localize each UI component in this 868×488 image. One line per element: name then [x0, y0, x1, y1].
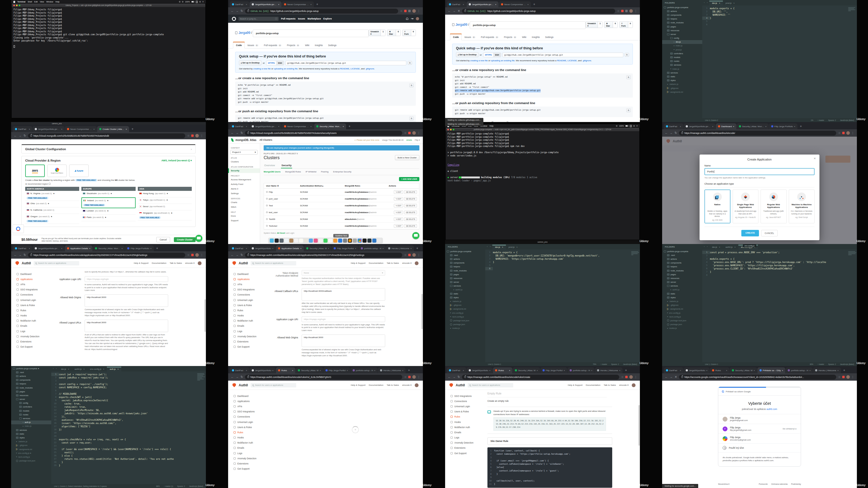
forward-icon[interactable]: → — [19, 134, 22, 137]
tree-item[interactable]: models — [11, 409, 51, 413]
address-bar[interactable]: https://cloud.mongodb.com/v2/5c50d822014… — [245, 131, 402, 135]
menu-item[interactable]: Edit — [34, 1, 38, 3]
tab-close-icon[interactable]: × — [765, 125, 767, 128]
tenant-menu[interactable]: eincode ▾ — [402, 262, 411, 264]
browser-tab[interactable]: Application Details× — [65, 246, 93, 251]
tree-item[interactable]: static — [11, 432, 51, 436]
browser-tab[interactable]: DartPad× — [664, 367, 683, 373]
region-option[interactable]: Paris(eu-west-3)★ — [82, 215, 135, 221]
bookmark-icon[interactable]: ☆ — [838, 376, 841, 379]
address-bar[interactable]: GitHub, Inc. [US] | https://github.com/J… — [462, 9, 615, 13]
sidebar-item[interactable]: APIs — [234, 282, 265, 287]
sidebar-item[interactable]: Universal Login — [234, 297, 265, 302]
readme-link[interactable]: README — [557, 59, 566, 62]
browser-tab[interactable]: Security | Atlas: MongoDB Atl× — [93, 246, 125, 251]
auth0-avatar[interactable] — [198, 261, 202, 265]
reload-icon[interactable]: ↻ — [24, 134, 26, 137]
sidebar-item[interactable]: Docs — [228, 214, 260, 218]
sidebar-item[interactable]: Extensions — [234, 339, 265, 344]
repo-tab[interactable]: Issues0 — [462, 34, 478, 40]
rule-name-input[interactable]: Site Owner Rule — [488, 437, 612, 445]
sidebar-item[interactable]: Connections — [234, 292, 265, 297]
back-icon[interactable]: ← — [448, 9, 451, 12]
tree-item[interactable]: .gitignore — [662, 86, 702, 90]
tab-close-icon[interactable]: × — [495, 3, 496, 6]
privacy-link[interactable]: Ochrana súkromia — [771, 483, 787, 485]
help-support-link[interactable]: Help & Support — [351, 384, 365, 386]
tab-close-icon[interactable]: × — [89, 247, 91, 250]
tree-item[interactable]: static — [662, 74, 702, 78]
dock-icon[interactable] — [348, 238, 352, 242]
sidebar-item[interactable]: Hooks — [451, 419, 482, 425]
repo-name-link[interactable]: portfolio-jerga-setup — [470, 22, 585, 29]
github-search[interactable]: Search or jump to.../ — [239, 17, 279, 21]
dock-icon[interactable] — [280, 238, 284, 242]
sidebar-item[interactable]: Hooks — [234, 313, 265, 318]
tree-item[interactable]: package-lock.json — [445, 319, 485, 322]
forward-icon[interactable]: → — [453, 376, 456, 379]
tree-item[interactable]: index.js — [662, 44, 702, 48]
window-controls[interactable] — [447, 129, 454, 130]
cancel-button[interactable]: Cancel — [156, 237, 170, 242]
talk-to-sales-link[interactable]: Talk to Sales — [386, 262, 399, 264]
tree-item[interactable]: services — [11, 416, 51, 420]
auth0-avatar[interactable] — [415, 383, 418, 387]
tree-item[interactable]: auth0.js — [662, 288, 702, 292]
documentation-link[interactable]: Documentation — [152, 262, 166, 264]
tree-item[interactable]: routes — [11, 413, 51, 416]
back-icon[interactable]: ← — [231, 131, 234, 134]
browser-tab[interactable]: portfolio-setup - H× — [350, 367, 378, 373]
unwatch-button[interactable]: Unwatch ▾1 — [369, 30, 386, 36]
profile-avatar[interactable] — [412, 9, 416, 13]
auth0-search[interactable]: Search for users or applications — [34, 261, 79, 265]
reload-icon[interactable]: ↻ — [24, 254, 26, 257]
github-nav-link[interactable]: Marketplace — [308, 18, 321, 20]
sidebar-item[interactable]: Connections — [451, 398, 482, 404]
sidebar-item[interactable]: Connections — [17, 292, 48, 297]
editor-tab[interactable]: auth.js× — [107, 367, 121, 371]
tree-item[interactable]: services — [445, 284, 485, 288]
profile-avatar[interactable] — [412, 131, 416, 135]
project-select[interactable]: Project 0▾ — [230, 150, 258, 155]
browser-tab[interactable]: Create Cluster | Atlas: Mongo× — [97, 126, 129, 132]
copy-icon[interactable]: ⧉ — [626, 108, 631, 112]
sidebar-item[interactable]: Extensions — [17, 339, 48, 344]
tab-close-icon[interactable]: × — [103, 368, 104, 370]
browser-tab[interactable]: Filip Jerga Portfol× — [332, 246, 358, 251]
dock-icon[interactable] — [284, 238, 289, 242]
browser-tab[interactable]: Never Compromise on Identity× — [65, 126, 97, 132]
delete-button[interactable]: ⌫ DELETE — [404, 210, 417, 214]
help-link[interactable]: Pomocník — [759, 483, 768, 485]
browser-tab[interactable]: Jerga99/portfolio× — [467, 367, 493, 373]
token-endpoint-method-select[interactable]: None▾ — [302, 270, 385, 276]
address-bar[interactable]: https://manage.auth0.com/dashboard/eu/ei… — [245, 253, 402, 258]
dock-icon[interactable] — [304, 238, 308, 242]
extension-icon[interactable] — [404, 10, 407, 12]
allowed-web-origins-input[interactable]: http://localhost:3000 — [85, 294, 168, 307]
extension-icon[interactable] — [408, 376, 411, 378]
provider-gcp[interactable]: Google Cloud Platform — [47, 165, 67, 177]
terms-link[interactable]: Podmienky — [791, 483, 801, 485]
readme-link[interactable]: README — [340, 67, 349, 70]
reload-icon[interactable]: ↻ — [241, 131, 243, 134]
menu-item[interactable]: View — [40, 1, 44, 3]
new-tab-button[interactable]: + — [533, 2, 535, 6]
tab-close-icon[interactable]: × — [300, 247, 302, 250]
browser-tab[interactable]: Security | Atlas: MongoDB Atl× — [314, 123, 346, 129]
browser-tab[interactable]: Rules× — [710, 367, 730, 373]
browser-tab[interactable]: Jerga99/portfolio-jerga-setup× — [250, 1, 282, 7]
documentation-link[interactable]: Documentation — [369, 384, 383, 386]
browser-tab[interactable]: DartPad× — [13, 126, 32, 132]
sidebar-item[interactable]: Users & Roles — [17, 302, 48, 308]
sidebar-item[interactable]: Emails — [234, 446, 265, 451]
tab-close-icon[interactable]: × — [150, 247, 152, 250]
tab-close-icon[interactable]: × — [382, 247, 384, 250]
google-account[interactable]: FFilip Jergafilip.jerga99@gmail.comSte o… — [718, 424, 801, 433]
tree-item[interactable]: resources — [662, 276, 702, 280]
scrollbar[interactable] — [422, 294, 423, 329]
sidebar-item[interactable]: APIs — [234, 404, 265, 409]
github-nav-link[interactable]: Pull requests — [281, 18, 296, 20]
tree-item[interactable]: portfolio-jerga-complete ● — [11, 366, 51, 370]
timezone-warning[interactable]: ⚠ Please set your time zone — [354, 139, 379, 141]
security-subtab[interactable]: IP Whitelist — [305, 170, 316, 173]
